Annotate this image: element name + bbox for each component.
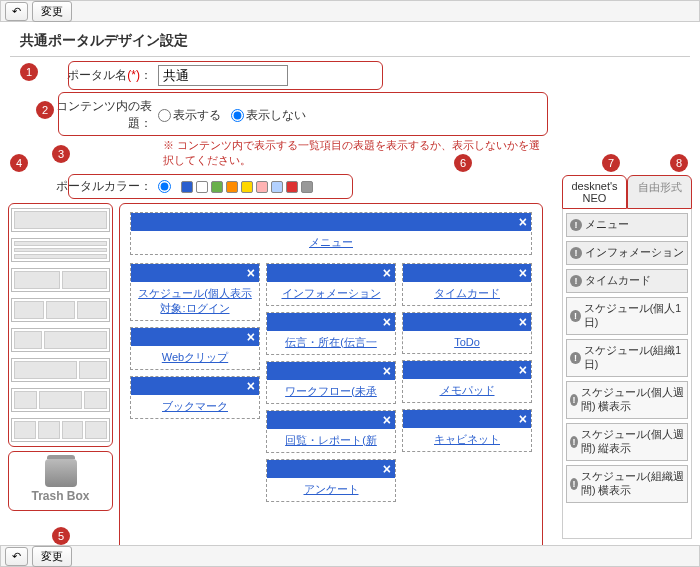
content-title-note: ※ コンテンツ内で表示する一覧項目の表題を表示するか、表示しないかを選択してくだ… (8, 136, 543, 172)
layout-option[interactable] (11, 388, 110, 412)
color-swatch[interactable] (301, 181, 313, 193)
content-list-item[interactable]: !スケジュール(組織1日) (566, 339, 688, 377)
close-icon[interactable]: × (383, 462, 391, 476)
back-button[interactable]: ↶ (5, 547, 28, 566)
content-list-item[interactable]: !スケジュール(個人週間) 縦表示 (566, 423, 688, 461)
widget[interactable]: ×回覧・レポート(新 (266, 410, 396, 453)
widget-link[interactable]: Webクリップ (162, 351, 228, 363)
close-icon[interactable]: × (519, 215, 527, 229)
close-icon[interactable]: × (247, 330, 255, 344)
info-icon: ! (570, 247, 582, 259)
close-icon[interactable]: × (519, 363, 527, 377)
portal-color-label: ポータルカラー： (48, 178, 158, 195)
close-icon[interactable]: × (383, 315, 391, 329)
color-swatch[interactable] (271, 181, 283, 193)
side-panel: desknet's NEO 自由形式 !メニュー!インフォメーション!タイムカー… (562, 175, 692, 539)
content-list-item[interactable]: !メニュー (566, 213, 688, 237)
info-icon: ! (570, 436, 578, 448)
info-icon: ! (570, 275, 582, 287)
widget[interactable]: ×インフォメーション (266, 263, 396, 306)
widget-link[interactable]: キャビネット (434, 433, 500, 445)
info-icon: ! (570, 478, 578, 490)
widget-link[interactable]: 伝言・所在(伝言一 (285, 336, 377, 348)
widget-link[interactable]: インフォメーション (282, 287, 381, 299)
info-icon: ! (570, 219, 582, 231)
layout-option[interactable] (11, 358, 110, 382)
color-swatch[interactable] (256, 181, 268, 193)
widget-link[interactable]: スケジュール(個人表示対象:ログイン (138, 287, 252, 314)
info-icon: ! (570, 352, 581, 364)
change-button[interactable]: 変更 (32, 546, 72, 567)
close-icon[interactable]: × (383, 413, 391, 427)
close-icon[interactable]: × (519, 412, 527, 426)
color-swatch[interactable] (211, 181, 223, 193)
trash-label: Trash Box (31, 489, 89, 503)
color-swatch[interactable] (196, 181, 208, 193)
close-icon[interactable]: × (383, 364, 391, 378)
layout-option[interactable] (11, 268, 110, 292)
widget-link[interactable]: アンケート (304, 483, 359, 495)
widget-link[interactable]: メニュー (309, 236, 353, 248)
radio-show[interactable]: 表示する (158, 107, 221, 124)
close-icon[interactable]: × (247, 379, 255, 393)
portal-name-label: ポータル名 (67, 68, 127, 82)
content-list-item[interactable]: !タイムカード (566, 269, 688, 293)
content-list: !メニュー!インフォメーション!タイムカード!スケジュール(個人1日)!スケジュ… (562, 209, 692, 539)
widget[interactable]: ×ToDo (402, 312, 532, 354)
content-list-item[interactable]: !スケジュール(個人週間) 横表示 (566, 381, 688, 419)
content-list-item[interactable]: !インフォメーション (566, 241, 688, 265)
widget-link[interactable]: メモパッド (440, 384, 495, 396)
content-title-row: コンテンツ内の表題： 表示する 表示しない (8, 90, 543, 136)
widget[interactable]: ×スケジュール(個人表示対象:ログイン (130, 263, 260, 321)
portal-color-row: ポータルカラー： (8, 172, 543, 199)
content-list-item[interactable]: !スケジュール(個人1日) (566, 297, 688, 335)
widget-link[interactable]: ワークフロー(未承 (285, 385, 377, 397)
content-list-item[interactable]: !スケジュール(組織週間) 横表示 (566, 465, 688, 503)
color-swatch[interactable] (241, 181, 253, 193)
color-swatch[interactable] (286, 181, 298, 193)
layout-option[interactable] (11, 418, 110, 442)
layout-templates (8, 203, 113, 447)
back-button[interactable]: ↶ (5, 2, 28, 21)
tab-desknet[interactable]: desknet's NEO (562, 175, 627, 209)
widget[interactable]: ×伝言・所在(伝言一 (266, 312, 396, 355)
widget[interactable]: ×ブックマーク (130, 376, 260, 419)
layout-option[interactable] (11, 298, 110, 322)
trash-box[interactable]: Trash Box (8, 451, 113, 511)
layout-option[interactable] (11, 328, 110, 352)
change-button[interactable]: 変更 (32, 1, 72, 22)
close-icon[interactable]: × (519, 266, 527, 280)
content-title-label: コンテンツ内の表題： (48, 98, 158, 132)
widget-link[interactable]: 回覧・レポート(新 (285, 434, 377, 446)
color-swatches (181, 181, 313, 193)
close-icon[interactable]: × (247, 266, 255, 280)
color-swatch[interactable] (181, 181, 193, 193)
layout-option[interactable] (11, 208, 110, 232)
tab-freeform[interactable]: 自由形式 (627, 175, 692, 209)
radio-hide[interactable]: 表示しない (231, 107, 306, 124)
widget-link[interactable]: タイムカード (434, 287, 500, 299)
widget[interactable]: ×タイムカード (402, 263, 532, 306)
layout-option[interactable] (11, 238, 110, 262)
required-mark: (*) (127, 68, 140, 82)
info-icon: ! (570, 394, 578, 406)
trash-icon (45, 459, 77, 487)
widget-link[interactable]: ToDo (454, 336, 480, 348)
color-radio[interactable] (158, 180, 171, 193)
widget[interactable]: ×Webクリップ (130, 327, 260, 370)
widget[interactable]: ×キャビネット (402, 409, 532, 452)
close-icon[interactable]: × (383, 266, 391, 280)
widget-link[interactable]: ブックマーク (162, 400, 228, 412)
widget[interactable]: ×アンケート (266, 459, 396, 502)
widget[interactable]: ×メモパッド (402, 360, 532, 403)
widget[interactable]: ×ワークフロー(未承 (266, 361, 396, 404)
info-icon: ! (570, 310, 581, 322)
portal-name-row: ポータル名(*)： (8, 61, 543, 90)
portal-name-input[interactable] (158, 65, 288, 86)
design-canvas[interactable]: × メニュー ×スケジュール(個人表示対象:ログイン×Webクリップ×ブックマー… (119, 203, 543, 553)
widget-menu: × メニュー (130, 212, 532, 255)
color-swatch[interactable] (226, 181, 238, 193)
page-title: 共通ポータルデザイン設定 (10, 26, 690, 57)
close-icon[interactable]: × (519, 315, 527, 329)
